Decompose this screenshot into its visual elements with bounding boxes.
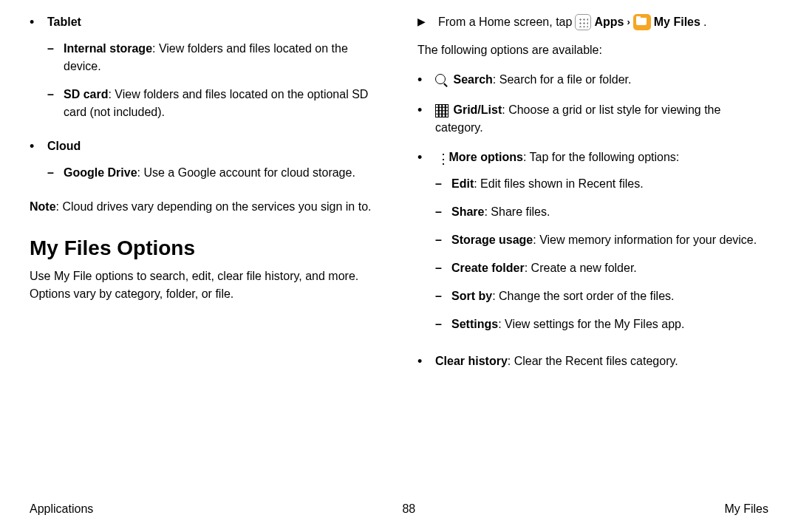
gridlist-label: Grid/List <box>453 103 502 116</box>
more-options-label: More options <box>449 151 522 163</box>
content-columns: • Tablet – Internal storage: View folder… <box>30 13 768 377</box>
storage-usage-desc: : View memory information for your devic… <box>533 233 757 246</box>
settings-content: Settings: View settings for the My Files… <box>451 316 768 333</box>
settings-desc: : View settings for the My Files app. <box>498 318 684 330</box>
dash-icon: – <box>435 316 451 333</box>
sort-by-content: Sort by: Change the sort order of the fi… <box>451 287 768 305</box>
dash-icon: – <box>47 164 64 182</box>
section-intro: Use My File options to search, edit, cle… <box>30 267 381 303</box>
from-home-step: ▶ From a Home screen, tap Apps › My File… <box>417 13 768 31</box>
search-content: Search: Search for a file or folder. <box>435 71 768 89</box>
bullet-dot-icon: • <box>30 13 47 132</box>
period: . <box>703 13 706 31</box>
sd-card-item: – SD card: View folders and files locate… <box>47 86 381 121</box>
share-item: – Share: Share files. <box>435 203 768 221</box>
dash-icon: – <box>47 86 64 121</box>
cloud-sublist: – Google Drive: Use a Google account for… <box>47 164 381 182</box>
my-files-folder-icon <box>633 14 651 30</box>
tablet-label: Tablet <box>47 16 81 28</box>
sd-card-desc: : View folders and files located on the … <box>64 88 368 118</box>
options-list: • Search: Search for a file or folder. •… <box>417 71 768 371</box>
footer-right: My Files <box>724 502 768 516</box>
note-label: Note <box>30 200 56 213</box>
tablet-content: Tablet – Internal storage: View folders … <box>47 13 381 132</box>
edit-content: Edit: Edit files shown in Recent files. <box>451 175 768 193</box>
sort-by-item: – Sort by: Change the sort order of the … <box>435 287 768 305</box>
gridlist-content: Grid/List: Choose a grid or list style f… <box>435 101 768 137</box>
sort-by-desc: : Change the sort order of the files. <box>492 290 674 302</box>
apps-grid-icon <box>575 14 591 30</box>
more-options-desc: : Tap for the following options: <box>523 151 679 163</box>
settings-label: Settings <box>451 318 498 330</box>
clear-history-option: • Clear history: Clear the Recent files … <box>417 352 768 371</box>
dash-icon: – <box>435 203 451 221</box>
internal-storage-item: – Internal storage: View folders and fil… <box>47 40 381 75</box>
edit-desc: : Edit files shown in Recent files. <box>474 177 643 190</box>
note-desc: : Cloud drives vary depending on the ser… <box>56 200 372 213</box>
search-label: Search <box>453 73 492 86</box>
footer-left: Applications <box>30 502 93 516</box>
more-options-sublist: – Edit: Edit files shown in Recent files… <box>435 175 768 333</box>
sd-card-label: SD card <box>64 88 108 100</box>
more-options-option: • More options: Tap for the following op… <box>417 149 768 344</box>
right-column: ▶ From a Home screen, tap Apps › My File… <box>417 13 768 377</box>
create-folder-item: – Create folder: Create a new folder. <box>435 259 768 277</box>
internal-storage-label: Internal storage <box>64 42 152 55</box>
cloud-label: Cloud <box>47 140 81 152</box>
share-content: Share: Share files. <box>451 203 768 221</box>
google-drive-desc: : Use a Google account for cloud storage… <box>137 166 355 179</box>
chevron-right-icon: › <box>627 15 630 30</box>
clear-history-label: Clear history <box>435 355 508 367</box>
google-drive-item: – Google Drive: Use a Google account for… <box>47 164 381 182</box>
bullet-dot-icon: • <box>417 71 435 89</box>
share-label: Share <box>451 205 484 218</box>
dash-icon: – <box>435 231 451 249</box>
more-options-content: More options: Tap for the following opti… <box>435 149 768 344</box>
clear-history-desc: : Clear the Recent files category. <box>508 355 678 367</box>
create-folder-content: Create folder: Create a new folder. <box>451 259 768 277</box>
apps-label: Apps <box>594 13 624 31</box>
section-heading: My Files Options <box>30 236 381 260</box>
clear-history-content: Clear history: Clear the Recent files ca… <box>435 352 768 371</box>
page-footer: Applications 88 My Files <box>30 502 768 516</box>
search-option: • Search: Search for a file or folder. <box>417 71 768 89</box>
bullet-dot-icon: • <box>417 352 435 371</box>
bullet-dot-icon: • <box>417 101 435 137</box>
storage-usage-label: Storage usage <box>451 233 533 246</box>
create-folder-desc: : Create a new folder. <box>525 262 637 274</box>
bullet-dot-icon: • <box>30 137 47 192</box>
from-home-pre: From a Home screen, tap <box>438 13 572 31</box>
settings-item: – Settings: View settings for the My Fil… <box>435 316 768 333</box>
dash-icon: – <box>435 175 451 193</box>
google-drive-content: Google Drive: Use a Google account for c… <box>64 164 381 182</box>
options-available-text: The following options are available: <box>417 41 768 59</box>
search-desc: : Search for a file or folder. <box>493 73 632 86</box>
tablet-bullet: • Tablet – Internal storage: View folder… <box>30 13 381 132</box>
storage-usage-item: – Storage usage: View memory information… <box>435 231 768 249</box>
share-desc: : Share files. <box>484 205 550 218</box>
edit-label: Edit <box>451 177 474 190</box>
sd-card-content: SD card: View folders and files located … <box>64 86 381 121</box>
sort-by-label: Sort by <box>451 290 492 302</box>
tablet-section-list: • Tablet – Internal storage: View folder… <box>30 13 381 192</box>
create-folder-label: Create folder <box>451 262 525 274</box>
from-home-content: From a Home screen, tap Apps › My Files. <box>438 13 768 31</box>
left-column: • Tablet – Internal storage: View folder… <box>30 13 381 377</box>
play-arrow-icon: ▶ <box>417 13 438 31</box>
gridlist-option: • Grid/List: Choose a grid or list style… <box>417 101 768 137</box>
edit-item: – Edit: Edit files shown in Recent files… <box>435 175 768 193</box>
more-vertical-icon <box>435 151 444 165</box>
dash-icon: – <box>435 259 451 277</box>
tablet-sublist: – Internal storage: View folders and fil… <box>47 40 381 121</box>
dash-icon: – <box>435 287 451 305</box>
cloud-note: Note: Cloud drives vary depending on the… <box>30 198 381 216</box>
grid-icon <box>435 104 449 117</box>
internal-storage-content: Internal storage: View folders and files… <box>64 40 381 75</box>
storage-usage-content: Storage usage: View memory information f… <box>451 231 768 249</box>
dash-icon: – <box>47 40 64 75</box>
bullet-dot-icon: • <box>417 149 435 344</box>
search-icon <box>435 74 449 87</box>
my-files-label: My Files <box>654 13 700 31</box>
footer-page-number: 88 <box>402 502 415 516</box>
google-drive-label: Google Drive <box>64 166 137 179</box>
